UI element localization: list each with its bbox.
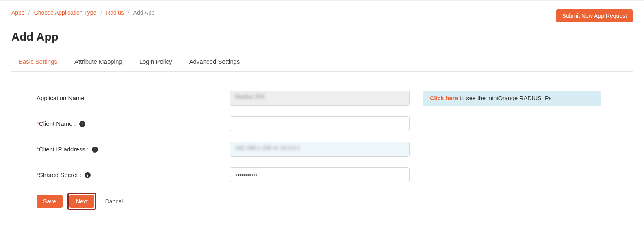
client-name-input[interactable] [230, 116, 410, 131]
client-ip-label: *Client IP address : i [37, 146, 230, 153]
breadcrumb-apps[interactable]: Apps [11, 9, 24, 16]
client-ip-input[interactable]: 192.168.1.100 or 10.0.0.1 [230, 142, 410, 157]
application-name-field: Radius 2FA [230, 91, 410, 106]
shared-secret-input[interactable] [230, 167, 410, 182]
breadcrumb-current: Add App [133, 9, 155, 16]
shared-secret-label: *Shared Secret : i [37, 171, 230, 179]
breadcrumb-choose-type[interactable]: Choose Application Type [34, 9, 97, 16]
info-icon[interactable]: i [79, 121, 85, 127]
radius-ips-info-box: Click here to see the miniOrange RADIUS … [423, 91, 601, 106]
save-button[interactable]: Save [37, 195, 63, 208]
application-name-label: Application Name : [37, 95, 230, 101]
submit-new-app-request-button[interactable]: Submit New App Request [556, 9, 633, 22]
breadcrumb-separator: / [28, 9, 30, 16]
client-ip-value: 192.168.1.100 or 10.0.0.1 [235, 145, 300, 151]
tabs: Basic Settings Attribute Mapping Login P… [11, 53, 633, 72]
info-icon[interactable]: i [85, 172, 91, 178]
tab-basic-settings[interactable]: Basic Settings [17, 53, 59, 71]
radius-ips-info-text: to see the miniOrange RADIUS IPs [458, 95, 552, 101]
next-button-highlight: Next [67, 193, 96, 210]
next-button[interactable]: Next [69, 195, 94, 208]
breadcrumb-separator: / [100, 9, 102, 16]
breadcrumb-radius[interactable]: Radius [106, 9, 124, 16]
breadcrumb: Apps / Choose Application Type / Radius … [11, 9, 155, 16]
info-icon[interactable]: i [92, 147, 98, 153]
page-title: Add App [0, 30, 644, 53]
application-name-value: Radius 2FA [235, 93, 265, 100]
tab-advanced-settings[interactable]: Advanced Settings [188, 53, 242, 71]
click-here-link[interactable]: Click here [430, 95, 458, 101]
tab-attribute-mapping[interactable]: Attribute Mapping [73, 53, 124, 71]
breadcrumb-separator: / [128, 9, 130, 16]
cancel-button[interactable]: Cancel [101, 195, 127, 208]
client-name-label: *Client Name : i [37, 120, 230, 127]
tab-login-policy[interactable]: Login Policy [138, 53, 174, 71]
